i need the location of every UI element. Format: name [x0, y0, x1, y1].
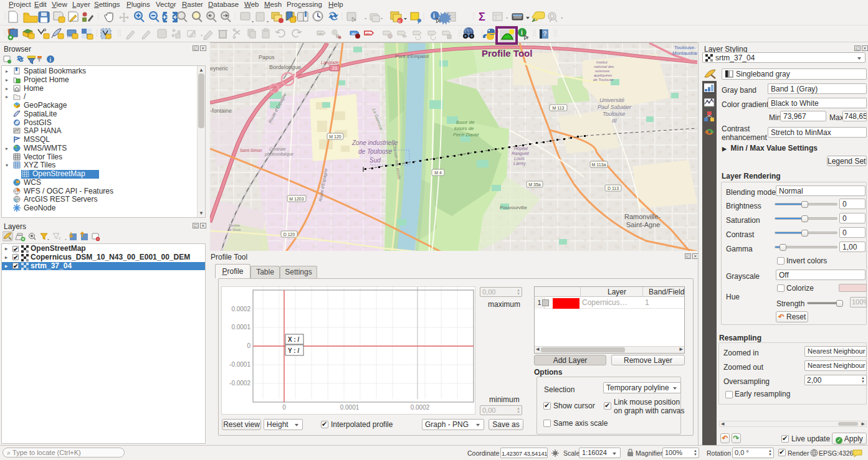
svg-text:Pont d'Empalot: Pont d'Empalot	[395, 54, 429, 59]
svg-text:de Toulouse: de Toulouse	[358, 148, 393, 155]
svg-text:D 113: D 113	[608, 186, 619, 190]
svg-text:0.0001: 0.0001	[340, 404, 360, 411]
svg-text:Pech David: Pech David	[453, 132, 479, 138]
svg-text:0.0001: 0.0001	[231, 324, 250, 331]
svg-text:Larrey: Larrey	[513, 161, 526, 166]
svg-text:M 1203: M 1203	[289, 197, 303, 201]
svg-text:i: i	[50, 57, 52, 63]
svg-text:Institut: Institut	[596, 60, 608, 64]
svg-text:Y : /: Y : /	[288, 347, 299, 354]
svg-text:-0.0002: -0.0002	[229, 380, 250, 387]
svg-text:abc: abc	[318, 32, 324, 35]
svg-text:eyneric: eyneric	[210, 65, 229, 72]
svg-text:?: ?	[543, 30, 547, 37]
svg-text:Centre: Centre	[229, 223, 241, 227]
svg-text:Σ: Σ	[479, 11, 485, 23]
svg-text:c: c	[398, 18, 401, 24]
svg-text:photovoltaïque: photovoltaïque	[264, 152, 293, 157]
svg-text:Université: Université	[599, 97, 624, 103]
svg-text:0: 0	[247, 342, 250, 349]
svg-text:de Toulouse: de Toulouse	[593, 78, 614, 82]
svg-text:loisirs de: loisirs de	[454, 126, 474, 131]
svg-text:-fontaine: -fontaine	[210, 108, 232, 114]
svg-text:Ramonville-: Ramonville-	[624, 213, 661, 220]
svg-text:23: 23	[332, 66, 337, 70]
svg-text:M 113: M 113	[553, 106, 565, 110]
svg-text:ε: ε	[59, 235, 61, 241]
svg-text:M 113a: M 113a	[592, 162, 606, 167]
svg-text:i: i	[521, 29, 523, 36]
svg-text:Bordelongue: Bordelongue	[269, 64, 301, 70]
svg-text:Langlade: Langlade	[321, 60, 339, 65]
svg-text:Rangueil: Rangueil	[512, 151, 529, 156]
svg-text:M 4: M 4	[434, 171, 442, 175]
svg-text:0.0002: 0.0002	[231, 306, 250, 312]
svg-text:0.0002: 0.0002	[411, 404, 430, 411]
svg-text:III: III	[612, 118, 617, 124]
svg-text:Centrale: Centrale	[269, 147, 286, 151]
svg-text:de Gros: de Gros	[227, 228, 241, 232]
svg-text:D 120: D 120	[284, 232, 295, 237]
svg-text:national des: national des	[594, 65, 614, 68]
svg-text:M 120: M 120	[329, 134, 341, 139]
svg-text:Sud: Sud	[370, 157, 381, 164]
svg-text:Papus: Papus	[259, 54, 275, 60]
svg-text:abc: abc	[366, 32, 371, 35]
svg-text:Montaudran: Montaudran	[672, 50, 697, 56]
svg-text:Saint-Simon: Saint-Simon	[240, 148, 262, 153]
svg-text:-0.0001: -0.0001	[229, 361, 250, 368]
svg-text:sciences: sciences	[595, 69, 609, 73]
svg-text:Toulouse: Toulouse	[603, 111, 625, 117]
svg-text:M 35a: M 35a	[528, 182, 541, 187]
svg-text:0: 0	[282, 404, 286, 411]
svg-text:Base de: Base de	[456, 120, 475, 125]
svg-text:appliquées: appliquées	[594, 73, 612, 77]
svg-text:Zone industrielle: Zone industrielle	[351, 139, 398, 146]
svg-text:Hôpital: Hôpital	[514, 146, 528, 151]
svg-text:X : /: X : /	[288, 336, 300, 343]
svg-text:i: i	[433, 12, 435, 19]
svg-text:Saint-Agne: Saint-Agne	[626, 221, 660, 228]
svg-text:Pouvourville: Pouvourville	[500, 205, 527, 210]
svg-text:Toulouse-: Toulouse-	[674, 45, 696, 50]
svg-text:Paul Sabatier: Paul Sabatier	[598, 104, 632, 110]
svg-text:Louis: Louis	[514, 156, 525, 161]
